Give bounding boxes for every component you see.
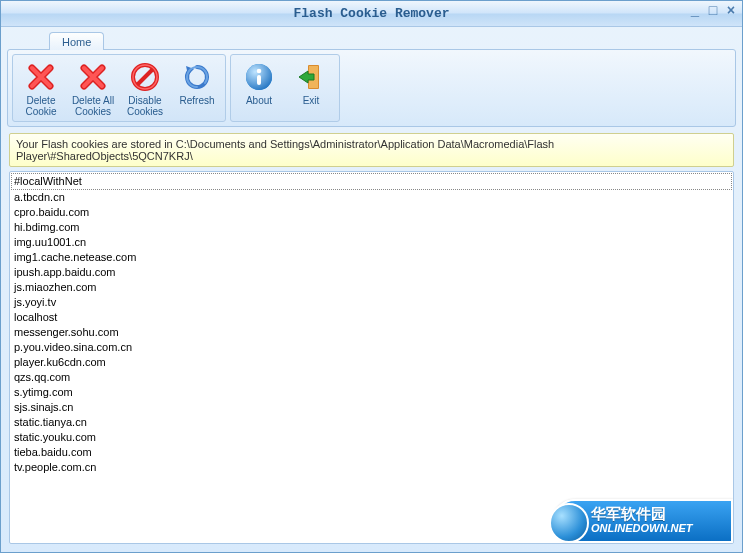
storage-path-text: Your Flash cookies are stored in C:\Docu… xyxy=(16,138,554,162)
svg-line-2 xyxy=(137,69,153,85)
list-item[interactable]: img1.cache.netease.com xyxy=(11,250,732,265)
exit-icon xyxy=(295,61,327,93)
info-icon xyxy=(243,61,275,93)
exit-label: Exit xyxy=(303,95,320,106)
refresh-label: Refresh xyxy=(179,95,214,106)
cookie-list-panel: #localWithNeta.tbcdn.cncpro.baidu.comhi.… xyxy=(9,171,734,544)
svg-rect-7 xyxy=(257,75,261,85)
list-item[interactable]: localhost xyxy=(11,310,732,325)
minimize-button[interactable]: _ xyxy=(688,4,702,18)
disable-label: DisableCookies xyxy=(127,95,163,117)
about-button[interactable]: About xyxy=(233,57,285,119)
delete-all-button[interactable]: Delete AllCookies xyxy=(67,57,119,119)
about-label: About xyxy=(246,95,272,106)
svg-point-6 xyxy=(257,69,262,74)
watermark-en: ONLINEDOWN.NET xyxy=(591,521,692,535)
cookie-list[interactable]: #localWithNeta.tbcdn.cncpro.baidu.comhi.… xyxy=(10,172,733,476)
close-button[interactable]: × xyxy=(724,4,738,18)
delete-all-label: Delete AllCookies xyxy=(72,95,114,117)
list-item[interactable]: p.you.video.sina.com.cn xyxy=(11,340,732,355)
list-item[interactable]: player.ku6cdn.com xyxy=(11,355,732,370)
list-item[interactable]: img.uu1001.cn xyxy=(11,235,732,250)
disable-cookies-button[interactable]: DisableCookies xyxy=(119,57,171,119)
list-item[interactable]: static.youku.com xyxy=(11,430,732,445)
refresh-icon xyxy=(181,61,213,93)
tab-home-label: Home xyxy=(62,36,91,48)
ribbon: DeleteCookie Delete AllCookies xyxy=(7,49,736,127)
list-item[interactable]: cpro.baidu.com xyxy=(11,205,732,220)
list-item[interactable]: a.tbcdn.cn xyxy=(11,190,732,205)
x-red-icon xyxy=(77,61,109,93)
watermark-badge: 华军软件园 ONLINEDOWN.NET xyxy=(553,499,733,543)
list-item[interactable]: qzs.qq.com xyxy=(11,370,732,385)
list-item[interactable]: tieba.baidu.com xyxy=(11,445,732,460)
ribbon-group-app: About Exit xyxy=(230,54,340,122)
watermark-cn: 华军软件园 xyxy=(591,507,692,521)
titlebar: Flash Cookie Remover _ □ × xyxy=(1,1,742,27)
exit-button[interactable]: Exit xyxy=(285,57,337,119)
x-red-icon xyxy=(25,61,57,93)
list-item[interactable]: s.ytimg.com xyxy=(11,385,732,400)
list-item[interactable]: js.yoyi.tv xyxy=(11,295,732,310)
ribbon-group-cookies: DeleteCookie Delete AllCookies xyxy=(12,54,226,122)
list-item[interactable]: #localWithNet xyxy=(11,173,732,190)
tab-home[interactable]: Home xyxy=(49,32,104,50)
list-item[interactable]: hi.bdimg.com xyxy=(11,220,732,235)
no-entry-icon xyxy=(129,61,161,93)
list-item[interactable]: static.tianya.cn xyxy=(11,415,732,430)
maximize-button[interactable]: □ xyxy=(706,4,720,18)
list-item[interactable]: tv.people.com.cn xyxy=(11,460,732,475)
window-title: Flash Cookie Remover xyxy=(293,6,449,21)
delete-cookie-button[interactable]: DeleteCookie xyxy=(15,57,67,119)
globe-icon xyxy=(549,503,589,543)
list-item[interactable]: messenger.sohu.com xyxy=(11,325,732,340)
storage-path-banner: Your Flash cookies are stored in C:\Docu… xyxy=(9,133,734,167)
refresh-button[interactable]: Refresh xyxy=(171,57,223,119)
ribbon-tabstrip: Home xyxy=(1,27,742,49)
list-item[interactable]: js.miaozhen.com xyxy=(11,280,732,295)
app-window: Flash Cookie Remover _ □ × Home DeleteCo… xyxy=(0,0,743,553)
delete-cookie-label: DeleteCookie xyxy=(25,95,56,117)
list-item[interactable]: sjs.sinajs.cn xyxy=(11,400,732,415)
list-item[interactable]: ipush.app.baidu.com xyxy=(11,265,732,280)
